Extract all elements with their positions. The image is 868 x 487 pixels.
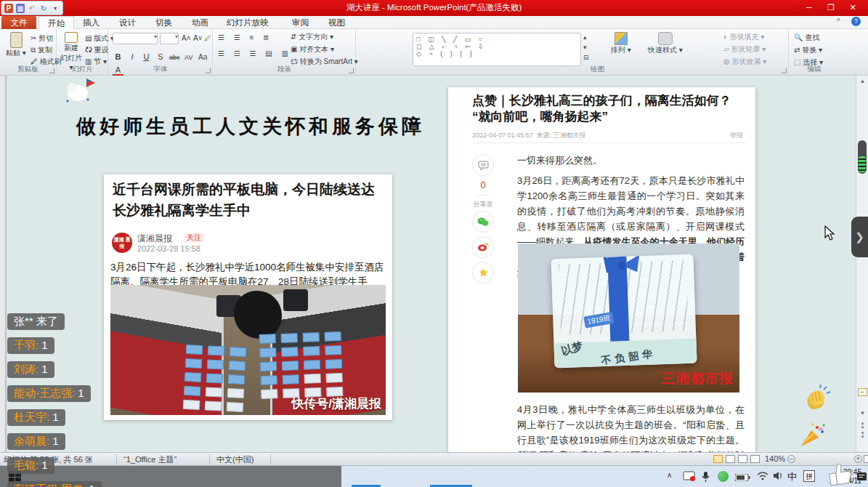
- shape-gallery-more-icon[interactable]: ⊟: [583, 54, 589, 62]
- speaker-icon[interactable]: [773, 471, 783, 480]
- group-clipboard: 粘贴 ▾ ✂ 剪切 ⧉ 复制 🖉 格式刷 剪贴板: [0, 29, 57, 75]
- italic-button[interactable]: I: [126, 52, 137, 61]
- previous-slide-button[interactable]: ▲▲: [856, 422, 868, 429]
- paragraph-dialog-launcher[interactable]: [349, 68, 354, 73]
- tray-expand-icon[interactable]: ∧: [667, 471, 672, 479]
- scrollbar-thumb[interactable]: [858, 140, 867, 174]
- article-left-card: 近千台网课所需的平板电脑，今日陆续送达 长沙雅礼隔离学生手中 潇湘 晨报 潇湘晨…: [104, 174, 392, 420]
- action-center-icon[interactable]: [857, 472, 867, 482]
- shape-gallery[interactable]: □ ◫ ╲ ╱ ▭ ○ ◻ △ ⌐ ¬ ⇦ ⇩ ◇ ~ ( ) { }: [413, 33, 581, 66]
- comment-icon: [478, 161, 489, 170]
- slideshow-view-button[interactable]: [750, 455, 760, 463]
- font-dialog-launcher[interactable]: [206, 68, 211, 73]
- vertical-scrollbar[interactable]: ▲ − ▼ ▲▲ ▼▼: [856, 76, 868, 452]
- fit-to-window-button[interactable]: [864, 455, 868, 463]
- comment-button[interactable]: [471, 154, 495, 176]
- weibo-icon: [477, 242, 489, 252]
- group-slides: 新建幻灯片 ▾ ▤ 版式 ▾ 🗘 重设 ▥ 节 ▾ 幻灯片: [57, 29, 108, 75]
- clipboard-dialog-launcher[interactable]: [49, 68, 54, 73]
- article-right-card: 点赞｜长沙雅礼高三的孩子们，隔离生活如何？ “就向前吧，嘴角扬起来” 2022-…: [448, 87, 755, 452]
- reset-button[interactable]: 🗘 重设: [85, 45, 109, 55]
- arrange-button[interactable]: 排列 ▾: [607, 32, 635, 55]
- shape-fill-button[interactable]: ◐ 形状填充 ▾: [723, 32, 765, 42]
- source-name[interactable]: 潇湘晨报: [137, 233, 172, 245]
- maximize-button[interactable]: ❐: [821, 1, 841, 14]
- source-avatar: 潇湘 晨报: [112, 233, 132, 253]
- font-size-combo[interactable]: ▾: [160, 33, 179, 44]
- zoom-out-button[interactable]: −: [787, 455, 795, 463]
- replace-button[interactable]: ⇄ 替换 ▾: [794, 45, 822, 55]
- align-text-button[interactable]: ▣ 对齐文本 ▾: [291, 44, 334, 55]
- grow-font-icon[interactable]: A˄: [182, 34, 191, 42]
- scroll-down-icon[interactable]: ▼: [856, 410, 868, 416]
- find-button[interactable]: 🔍 查找: [794, 33, 819, 43]
- ime-mode-indicator[interactable]: 拼: [803, 470, 815, 482]
- ime-language-indicator[interactable]: 中: [787, 470, 797, 483]
- tab-file[interactable]: 文件: [1, 16, 36, 29]
- tab-transitions[interactable]: 切换: [147, 16, 181, 29]
- article-right-title-line1: 点赞｜长沙雅礼高三的孩子们，隔离生活如何？: [472, 93, 745, 109]
- shrink-font-icon[interactable]: A˅: [193, 34, 203, 42]
- strikethrough-button[interactable]: abc: [169, 54, 180, 61]
- paragraph-1: 一切来得那么突然。: [517, 153, 745, 168]
- follow-button[interactable]: 关注: [184, 233, 204, 243]
- shape-gallery-up-icon[interactable]: ▴: [583, 33, 587, 41]
- normal-view-button[interactable]: [713, 455, 723, 463]
- font-name-combo[interactable]: ▾: [113, 33, 158, 44]
- minimize-button[interactable]: ─: [799, 1, 819, 14]
- shape-gallery-down-icon[interactable]: ▾: [583, 44, 587, 52]
- article-left-title-line2: 长沙雅礼隔离学生手中: [113, 201, 251, 220]
- quick-styles-button[interactable]: 快速样式 ▾: [646, 32, 684, 55]
- zoom-in-button[interactable]: +: [854, 455, 862, 463]
- clear-format-icon[interactable]: 🖉: [204, 34, 211, 42]
- next-slide-button[interactable]: ▼▼: [856, 432, 868, 439]
- overlay-minus-button[interactable]: −: [858, 388, 867, 396]
- scroll-up-icon[interactable]: ▲: [856, 78, 868, 84]
- underline-button[interactable]: U: [141, 52, 152, 61]
- report-link[interactable]: 举报: [730, 131, 743, 140]
- bold-button[interactable]: B: [113, 52, 123, 61]
- slide-sorter-view-button[interactable]: [726, 455, 735, 463]
- status-bar: 幻灯片 第 55 张, 共 56 张 “1_Office 主题” 中文(中国) …: [0, 452, 868, 465]
- align-buttons[interactable]: ☰ ☲ ☰ ▤ ▥: [218, 49, 292, 57]
- ribbon-collapse-icon[interactable]: ^: [837, 17, 840, 25]
- battery-icon[interactable]: [735, 474, 750, 481]
- quick-styles-icon: [658, 32, 673, 45]
- reading-view-button[interactable]: [738, 455, 747, 463]
- help-icon[interactable]: ?: [851, 17, 861, 26]
- language-indicator[interactable]: 中文(中国): [216, 454, 253, 465]
- microphone-icon[interactable]: [702, 471, 710, 483]
- list-buttons[interactable]: ☰ ☰ ≡ ≣: [218, 33, 272, 41]
- tab-insert[interactable]: 插入: [74, 16, 108, 29]
- change-case-button[interactable]: Aa: [198, 53, 208, 61]
- chat-message: 刘涛: 1: [7, 361, 54, 378]
- slides-pane-edge[interactable]: [0, 76, 6, 452]
- paste-button[interactable]: 粘贴 ▾: [4, 32, 28, 58]
- antivirus-icon[interactable]: [718, 471, 729, 482]
- drawing-dialog-launcher[interactable]: [782, 68, 787, 73]
- chat-message: 能动-王志强: 1: [7, 385, 91, 402]
- shape-outline-button[interactable]: ▱ 形状轮廓 ▾: [723, 44, 766, 55]
- char-spacing-button[interactable]: AV: [183, 54, 194, 61]
- wifi-icon[interactable]: [757, 471, 768, 480]
- tab-animations[interactable]: 动画: [183, 16, 217, 29]
- slide-canvas[interactable]: 做好师生员工人文关怀和服务保障 近千台网课所需的平板电脑，今日陆续送达 长沙雅礼…: [7, 76, 856, 452]
- text-direction-button[interactable]: ⇵ 文字方向 ▾: [291, 32, 333, 42]
- tab-slideshow[interactable]: 幻灯片放映: [218, 16, 277, 29]
- tab-design[interactable]: 设计: [110, 16, 145, 29]
- share-favorite-button[interactable]: [471, 262, 495, 283]
- tab-home[interactable]: 开始: [38, 16, 74, 29]
- cut-button[interactable]: ✂ 剪切: [31, 33, 53, 44]
- close-button[interactable]: ✕: [843, 1, 863, 14]
- zoom-level[interactable]: 140%: [765, 454, 785, 463]
- paste-icon: [10, 32, 23, 48]
- theme-name[interactable]: “1_Office 主题”: [123, 454, 177, 465]
- screen-record-icon[interactable]: [683, 471, 696, 482]
- overlay-panel-toggle[interactable]: ❯: [851, 217, 868, 257]
- copy-button[interactable]: ⧉ 复制: [31, 45, 52, 55]
- tab-review[interactable]: 审阅: [283, 16, 317, 29]
- share-wechat-button[interactable]: [471, 211, 495, 233]
- share-weibo-button[interactable]: [471, 236, 495, 258]
- tab-view[interactable]: 视图: [320, 16, 354, 29]
- shadow-button[interactable]: S: [155, 52, 166, 61]
